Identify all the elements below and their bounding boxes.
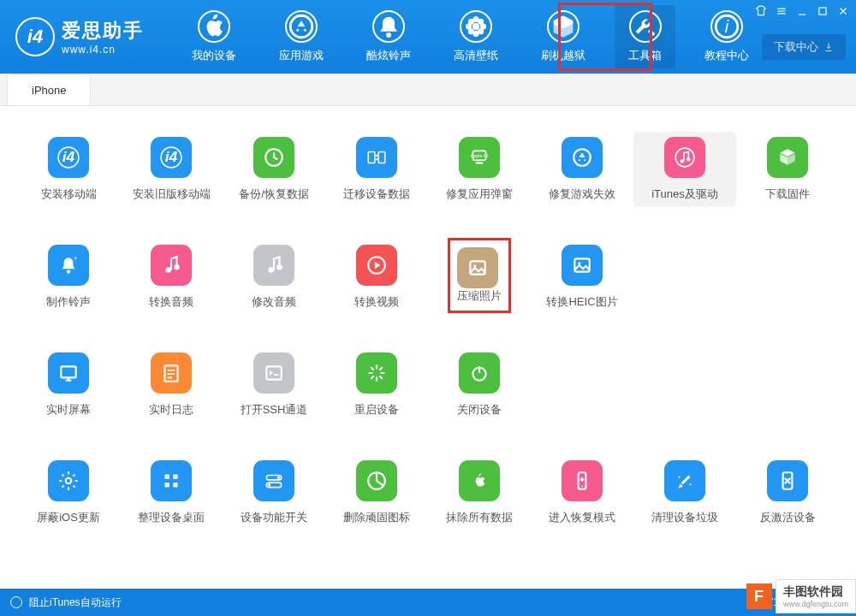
grid-icon [151,460,192,501]
tool-label: 清理设备垃圾 [651,510,718,525]
appleid-icon: Apple ID [459,137,500,178]
flower-icon [460,10,492,43]
svg-rect-21 [368,152,375,163]
download-center-button[interactable]: 下载中心 [762,34,846,60]
log-icon [151,352,192,394]
toggle-icon [253,460,294,501]
svg-point-55 [268,483,270,486]
svg-point-1 [296,29,299,32]
tool-实时屏幕[interactable]: 实时屏幕 [17,347,120,423]
store-icon [285,10,318,43]
svg-point-27 [579,159,580,161]
tool-实时日志[interactable]: 实时日志 [120,347,223,423]
nav-item-6[interactable]: i教程中心 [691,5,763,68]
tab-iphone[interactable]: iPhone [7,74,91,105]
tool-label: 关闭设备 [457,402,502,418]
tool-label: 修复应用弹窗 [446,187,513,202]
tool-label: 实时屏幕 [46,402,91,418]
svg-point-35 [174,264,180,270]
tool-抹除所有数据[interactable]: 抹除所有数据 [428,455,531,530]
maximize-icon[interactable] [815,3,830,19]
tool-下载固件[interactable]: 下载固件 [736,132,839,207]
nav-label: 教程中心 [704,48,749,63]
tool-label: 备份/恢复数据 [239,187,309,202]
tool-制作铃声[interactable]: +制作铃声 [17,240,120,315]
tool-转换音频[interactable]: 转换音频 [120,240,223,315]
tool-清理设备垃圾[interactable]: 清理设备垃圾 [633,455,736,530]
logo-icon: i4 [15,17,55,56]
tool-整理设备桌面[interactable]: 整理设备桌面 [120,455,223,530]
pie-icon [356,460,397,501]
itunes-icon [664,137,705,178]
nav-item-2[interactable]: 酷炫铃声 [353,5,425,68]
svg-text:Apple ID: Apple ID [471,153,489,158]
tool-反激活设备[interactable]: 反激活设备 [736,455,839,530]
svg-point-59 [689,483,691,485]
close-icon[interactable] [835,3,851,19]
svg-point-32 [67,270,70,273]
tool-label: 安装旧版移动端 [133,187,211,202]
tool-label: 转换音频 [149,294,193,310]
tool-修复应用弹窗[interactable]: Apple ID修复应用弹窗 [428,132,531,207]
svg-point-4 [473,23,480,31]
tool-修复游戏失效[interactable]: 修复游戏失效 [531,132,633,207]
minimize-icon[interactable] [794,3,810,19]
tool-转换HEIC图片[interactable]: 转换HEIC图片 [531,240,633,315]
nav-item-3[interactable]: 高清壁纸 [440,5,512,68]
tool-安装旧版移动端[interactable]: i4安装旧版移动端 [120,132,223,207]
tool-关闭设备[interactable]: 关闭设备 [428,347,531,423]
tool-iTunes及驱动[interactable]: iTunes及驱动 [633,132,736,207]
svg-rect-48 [164,474,169,478]
tool-进入恢复模式[interactable]: 进入恢复模式 [531,455,633,530]
svg-point-29 [675,148,694,167]
tool-迁移设备数据[interactable]: 迁移设备数据 [325,132,428,207]
tools-icon [629,10,662,43]
svg-point-57 [581,485,583,487]
main-nav: 我的设备应用游戏酷炫铃声高清壁纸刷机越狱工具箱i教程中心 [178,5,763,68]
tool-压缩照片[interactable]: 压缩照片 [428,240,531,315]
image-icon [562,245,603,286]
tool-打开SSH通道[interactable]: 打开SSH通道 [223,347,325,423]
tool-屏蔽iOS更新[interactable]: 屏蔽iOS更新 [17,455,120,530]
transfer-icon [356,137,397,178]
svg-text:i: i [725,17,729,36]
svg-rect-15 [819,8,826,15]
nav-item-5[interactable]: 工具箱 [615,5,675,68]
tool-安装移动端[interactable]: i4安装移动端 [17,132,120,207]
svg-rect-49 [173,474,177,478]
nav-item-0[interactable]: 我的设备 [178,5,250,68]
nav-label: 酷炫铃声 [366,48,411,63]
tool-备份/恢复数据[interactable]: 备份/恢复数据 [223,132,325,207]
apple-icon [198,10,230,43]
tool-label: 实时日志 [149,402,193,418]
screen-icon [48,352,89,394]
tool-修改音频[interactable]: 修改音频 [223,240,325,315]
tool-label: 转换视频 [354,294,399,310]
svg-rect-39 [470,261,484,274]
tool-label: 压缩照片 [457,288,502,304]
svg-rect-50 [164,483,169,487]
tool-转换视频[interactable]: 转换视频 [325,240,428,315]
nav-item-4[interactable]: 刷机越狱 [527,5,599,68]
menu-icon[interactable] [774,3,789,19]
download-icon [823,42,834,52]
tool-设备功能开关[interactable]: 设备功能开关 [223,455,325,530]
nav-label: 工具箱 [628,48,662,63]
block-itunes-label[interactable]: 阻止iTunes自动运行 [29,595,122,610]
tool-label: 制作铃声 [46,294,91,310]
shirt-icon[interactable] [753,3,769,19]
i4-icon: i4 [151,137,192,178]
svg-rect-22 [378,152,385,163]
deactivate-icon [767,460,808,501]
radio-icon[interactable] [10,596,22,608]
tool-label: 屏蔽iOS更新 [37,510,100,525]
nav-item-1[interactable]: 应用游戏 [265,5,337,68]
tool-label: 打开SSH通道 [241,402,308,418]
logo[interactable]: i4 爱思助手 www.i4.cn [9,17,144,56]
tool-删除顽固图标[interactable]: 删除顽固图标 [325,455,428,530]
nav-label: 应用游戏 [279,48,324,63]
power-icon [459,352,500,394]
tool-label: 迁移设备数据 [343,187,410,202]
svg-rect-43 [61,366,75,377]
tool-重启设备[interactable]: 重启设备 [325,347,428,423]
